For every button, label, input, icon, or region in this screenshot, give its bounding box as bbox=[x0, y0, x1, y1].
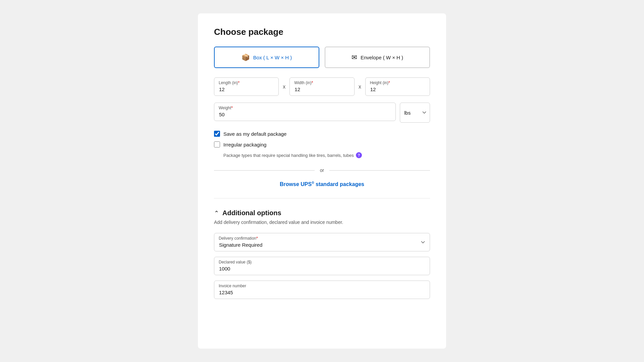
box-package-button[interactable]: 📦 Box ( L × W × H ) bbox=[214, 47, 319, 68]
or-divider-line-left bbox=[214, 170, 315, 171]
width-field: Width (in)* bbox=[289, 77, 354, 96]
or-divider-line-right bbox=[329, 170, 430, 171]
browse-link-row: Browse UPS® standard packages bbox=[214, 181, 430, 198]
box-button-label: Box ( L × W × H ) bbox=[253, 55, 292, 60]
weight-label: Weight* bbox=[219, 106, 233, 110]
or-divider: or bbox=[214, 168, 430, 173]
additional-options-title: Additional options bbox=[222, 209, 281, 217]
delivery-confirmation-select[interactable]: None Delivery Confirmation Signature Req… bbox=[214, 233, 430, 251]
help-icon[interactable]: ? bbox=[356, 152, 362, 158]
envelope-package-button[interactable]: ✉ Envelope ( W × H ) bbox=[325, 47, 430, 68]
chevron-up-icon: ⌃ bbox=[214, 209, 219, 217]
weight-input[interactable] bbox=[214, 103, 396, 121]
weight-row: Weight* lbs kg bbox=[214, 103, 430, 123]
height-field: Height (in)* bbox=[365, 77, 430, 96]
dimensions-row: Length (in)* x Width (in)* x Height (in)… bbox=[214, 77, 430, 96]
save-default-label[interactable]: Save as my default package bbox=[223, 131, 286, 137]
irregular-packaging-label[interactable]: Irregular packaging bbox=[223, 142, 266, 147]
save-default-row: Save as my default package bbox=[214, 131, 430, 137]
weight-unit-select[interactable]: lbs kg bbox=[400, 103, 430, 123]
additional-options-header[interactable]: ⌃ Additional options bbox=[214, 209, 430, 217]
x-separator-2: x bbox=[355, 84, 365, 90]
save-default-checkbox[interactable] bbox=[214, 131, 220, 137]
envelope-button-label: Envelope ( W × H ) bbox=[361, 55, 403, 60]
x-separator-1: x bbox=[279, 84, 289, 90]
length-field: Length (in)* bbox=[214, 77, 279, 96]
browse-ups-link[interactable]: Browse UPS® standard packages bbox=[280, 181, 364, 187]
irregular-description: Package types that require special handl… bbox=[223, 152, 430, 158]
height-label: Height (in)* bbox=[370, 80, 390, 85]
irregular-packaging-row: Irregular packaging bbox=[214, 141, 430, 147]
width-label: Width (in)* bbox=[294, 80, 313, 85]
irregular-packaging-checkbox[interactable] bbox=[214, 141, 220, 147]
or-divider-text: or bbox=[320, 168, 324, 173]
delivery-confirmation-field: Delivery confirmation* None Delivery Con… bbox=[214, 233, 430, 251]
box-icon: 📦 bbox=[241, 53, 250, 61]
additional-options-section: ⌃ Additional options Add delivery confir… bbox=[214, 209, 430, 299]
invoice-number-input[interactable] bbox=[214, 281, 430, 299]
envelope-icon: ✉ bbox=[352, 53, 357, 61]
page-title: Choose package bbox=[214, 27, 430, 37]
additional-options-description: Add delivery confirmation, declared valu… bbox=[214, 220, 430, 225]
package-type-row: 📦 Box ( L × W × H ) ✉ Envelope ( W × H ) bbox=[214, 47, 430, 68]
declared-value-input[interactable] bbox=[214, 257, 430, 275]
weight-field: Weight* bbox=[214, 103, 396, 121]
invoice-number-field: Invoice number bbox=[214, 281, 430, 299]
declared-value-field: Declared value ($) bbox=[214, 257, 430, 275]
length-label: Length (in)* bbox=[219, 80, 239, 85]
